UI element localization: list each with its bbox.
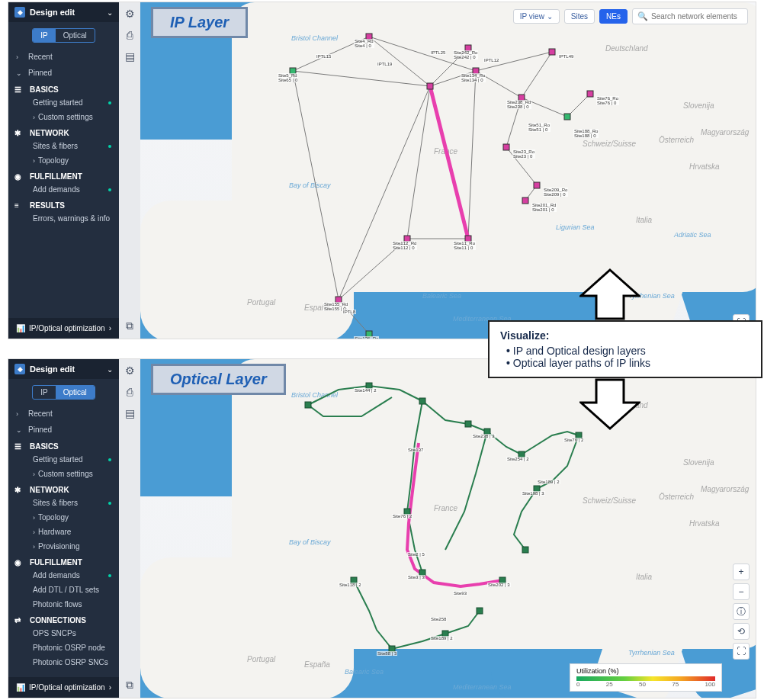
search-box[interactable]: 🔍 [632,8,748,24]
map-pin-icon[interactable]: ⎙ [123,385,136,399]
node-label: Site4_RdSite4 | 0 [354,39,374,48]
node-label: Site88 | 3 [377,651,397,656]
section-basics: ☰BASICS [8,438,119,452]
sidebar-header: ◆ Design edit ⌄ [8,2,119,22]
nav-hardware[interactable]: ›Hardware [8,525,119,539]
svg-line-21 [293,71,430,86]
node-label: Site198 | 3 [522,491,545,496]
sidebar-rail: ⚙ ⎙ ▤ ⧉ [119,2,140,339]
link-label: IPTL19 [377,62,393,66]
svg-rect-47 [522,547,528,553]
svg-rect-29 [564,114,570,120]
section-network: ✱NETWORK [8,481,119,496]
nav-sites-fibers[interactable]: Sites & fibers [8,496,119,510]
section-fulfillment: ◉FULFILLMENT [8,554,119,568]
chevron-right-icon: › [109,683,111,692]
nav-optimization[interactable]: 📊 IP/Optical optimization › [8,318,119,339]
nav-recent-label: Recent [28,53,53,61]
node-label: Site144 | 2 [354,388,377,393]
node-label: Site254 | 2 [506,457,530,461]
collapse-icon[interactable]: ⧉ [123,319,136,332]
nav-add-demands[interactable]: Add demands [8,182,119,197]
node-label: Site76_RoSite76 | 0 [596,96,619,105]
section-fulfillment: ◉FULFILLMENT [8,168,119,182]
nav-provisioning[interactable]: ›Provisioning [8,539,119,554]
nav-custom-settings[interactable]: ›Custom settings [8,467,119,481]
chevron-down-icon[interactable]: ⌄ [107,8,113,17]
nav-optimization-label: IP/Optical optimization [29,324,105,332]
layout-icon[interactable]: ▤ [123,406,136,420]
nav-photonic-flows[interactable]: Photonic flows [8,597,119,612]
svg-marker-55 [581,270,639,319]
list-icon: ☰ [14,442,25,453]
nav-osrp-node[interactable]: Photonic OSRP node [8,641,119,655]
app-logo-icon: ◆ [14,7,25,18]
node-label: Site76 | 2 [392,514,412,519]
nav-ops-sncp[interactable]: OPS SNCPs [8,626,119,641]
gear-icon[interactable]: ⚙ [123,7,136,21]
chart-icon: 📊 [16,324,25,332]
nav-recent[interactable]: ›Recent [8,406,119,422]
svg-rect-33 [522,197,528,204]
nav-errors[interactable]: Errors, warnings & info [8,211,119,226]
list-icon: ☰ [14,85,25,96]
utilization-legend: Utilization (%) 0 25 50 75 100 [570,663,722,692]
toggle-ip[interactable]: IP [33,29,55,42]
search-input[interactable] [651,12,743,21]
layer-toggle: IP Optical [8,379,119,406]
link-label: IPTL15 [316,54,332,59]
nav-osrp-snc[interactable]: Photonic OSRP SNCs [8,655,119,669]
rotate-icon[interactable]: ⟲ [733,623,750,640]
toggle-ip[interactable]: IP [33,386,55,399]
results-icon: ≡ [14,201,25,212]
chevron-down-icon[interactable]: ⌄ [107,365,113,374]
layer-badge-ip: IP Layer [151,7,248,38]
nav-optimization[interactable]: 📊 IP/Optical optimization › [8,677,119,698]
ip-view-dropdown[interactable]: IP view⌄ [513,9,560,24]
node-label: Site76 | 2 [563,438,584,442]
info-icon[interactable]: ⓘ [733,603,750,620]
nav-getting-started[interactable]: Getting started [8,452,119,467]
nav-add-dtl[interactable]: Add DTL / DTL sets [8,583,119,597]
nav-custom-settings[interactable]: ›Custom settings [8,110,119,124]
zoom-in-button[interactable]: + [733,564,750,580]
eye-icon: ◉ [14,172,25,183]
nav-topology[interactable]: ›Topology [8,153,119,168]
sidebar-rail: ⚙ ⎙ ▤ ⧉ [119,359,140,698]
node-label: Site136_RoSite136 | 0 [354,336,379,339]
eye-icon: ◉ [14,558,25,569]
nes-toggle[interactable]: NEs [599,9,628,24]
callout-heading: Visualize: [500,329,750,342]
search-icon: 🔍 [637,11,648,21]
nav-add-demands[interactable]: Add demands [8,568,119,583]
network-icon: ✱ [14,129,25,140]
sidebar-title: Design edit [30,8,107,17]
nav-pinned[interactable]: ⌄Pinned [8,65,119,81]
node-label: Site202 | 3 [487,583,511,587]
layout-icon[interactable]: ▤ [123,50,136,63]
sidebar-title: Design edit [30,364,107,374]
node-label: Site258 [430,617,447,621]
map-pin-icon[interactable]: ⎙ [123,28,136,42]
sites-toggle[interactable]: Sites [564,9,595,24]
nav-pinned[interactable]: ⌄Pinned [8,422,119,438]
toggle-optical[interactable]: Optical [56,386,95,399]
nav-getting-started[interactable]: Getting started [8,95,119,110]
node-label: Site189 | 2 [430,636,454,641]
callout-annotation: Visualize: IP and Optical design layers … [488,268,762,430]
nav-sites-fibers[interactable]: Sites & fibers [8,139,119,153]
svg-line-16 [293,71,339,300]
nav-topology[interactable]: ›Topology [8,510,119,525]
node-label: Site23_RoSite23 | 0 [512,149,535,159]
expand-icon[interactable]: ⛶ [733,643,750,660]
toggle-optical[interactable]: Optical [56,29,95,42]
nav-recent[interactable]: ›Recent [8,49,119,65]
node-label: Site112_RdSite112 | 0 [392,241,417,250]
zoom-out-button[interactable]: − [733,583,750,600]
collapse-icon[interactable]: ⧉ [123,678,136,692]
gear-icon[interactable]: ⚙ [123,364,136,377]
section-connections: ⇄CONNECTIONS [8,612,119,626]
node-label: Site238 | 3 [472,434,496,438]
svg-rect-41 [419,398,425,404]
svg-marker-56 [581,380,639,429]
